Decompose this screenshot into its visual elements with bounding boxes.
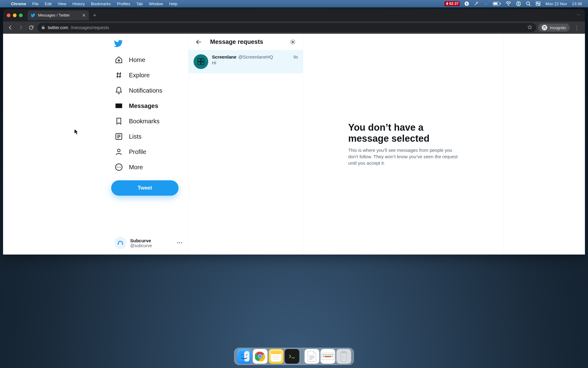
settings-button[interactable] bbox=[288, 37, 298, 47]
url-host: twitter.com bbox=[48, 25, 68, 30]
svg-rect-3 bbox=[500, 3, 501, 5]
svg-rect-20 bbox=[198, 59, 201, 61]
sidebar-item-home[interactable]: Home bbox=[111, 52, 186, 67]
dock-finder-icon[interactable] bbox=[237, 349, 252, 364]
menu-edit[interactable]: Edit bbox=[42, 2, 55, 6]
sidebar-item-label: More bbox=[129, 164, 143, 171]
status-control-center-icon[interactable] bbox=[533, 2, 543, 6]
status-dots-icon[interactable]: .::. bbox=[481, 2, 490, 5]
incognito-label: Incognito bbox=[550, 25, 566, 30]
svg-rect-42 bbox=[323, 356, 324, 357]
browser-toolbar: twitter.com/messages/requests Incognito … bbox=[3, 21, 585, 34]
svg-point-10 bbox=[537, 2, 538, 3]
menu-bookmarks[interactable]: Bookmarks bbox=[88, 2, 114, 6]
incognito-badge[interactable]: Incognito bbox=[538, 24, 570, 32]
tab-close-icon[interactable]: ✕ bbox=[82, 13, 86, 18]
back-button[interactable] bbox=[194, 37, 204, 47]
nav-back-button[interactable] bbox=[6, 23, 15, 32]
address-bar[interactable]: twitter.com/messages/requests bbox=[37, 23, 536, 32]
status-time[interactable]: 13:38 bbox=[569, 2, 584, 6]
sidebar-item-label: Notifications bbox=[129, 87, 162, 94]
svg-rect-36 bbox=[323, 354, 324, 355]
dock-document-icon[interactable] bbox=[305, 349, 319, 364]
user-avatar-icon bbox=[114, 237, 126, 249]
svg-point-16 bbox=[117, 167, 118, 168]
twitter-logo-icon[interactable] bbox=[111, 36, 126, 51]
svg-point-17 bbox=[119, 167, 119, 168]
sidebar-item-bookmarks[interactable]: Bookmarks bbox=[111, 113, 186, 129]
message-request-item[interactable]: Screenlane @ScreenlaneHQ 9s Hi bbox=[189, 50, 303, 73]
empty-state-title: You don’t have a message selected bbox=[348, 122, 458, 144]
sidebar-item-label: Explore bbox=[129, 72, 150, 79]
status-spotlight-icon[interactable] bbox=[523, 1, 533, 6]
sender-avatar-icon bbox=[194, 54, 208, 69]
svg-point-6 bbox=[518, 2, 519, 4]
menu-view[interactable]: View bbox=[55, 2, 69, 6]
menu-history[interactable]: History bbox=[69, 2, 88, 6]
svg-point-14 bbox=[118, 149, 120, 152]
tab-title: Messages / Twitter bbox=[38, 13, 80, 17]
status-bolt-icon[interactable] bbox=[462, 1, 471, 6]
browser-tab[interactable]: Messages / Twitter ✕ bbox=[28, 10, 89, 20]
dock-terminal-icon[interactable] bbox=[285, 349, 300, 364]
window-maximize-button[interactable] bbox=[19, 13, 23, 17]
user-icon bbox=[115, 148, 123, 156]
sidebar-item-lists[interactable]: Lists bbox=[111, 129, 186, 144]
svg-point-18 bbox=[120, 167, 121, 168]
message-preview: Hi bbox=[212, 60, 298, 65]
message-requests-header: Message requests bbox=[189, 34, 303, 50]
svg-point-4 bbox=[508, 5, 509, 6]
svg-rect-34 bbox=[287, 351, 297, 362]
sidebar-item-explore[interactable]: Explore bbox=[111, 67, 186, 83]
tweet-button[interactable]: Tweet bbox=[111, 180, 179, 196]
nav-forward-button[interactable] bbox=[17, 23, 25, 32]
svg-point-27 bbox=[246, 355, 247, 355]
menu-profiles[interactable]: Profiles bbox=[114, 2, 133, 6]
sidebar-item-messages[interactable]: Messages bbox=[111, 98, 186, 113]
twitter-app: Home Explore Notifications Messages bbox=[84, 34, 504, 255]
app-name[interactable]: Chrome bbox=[8, 2, 29, 6]
dock-chrome-icon[interactable] bbox=[253, 349, 268, 364]
macos-menu-bar: Chrome File Edit View History Bookmarks … bbox=[0, 0, 588, 7]
window-controls bbox=[7, 13, 23, 17]
svg-rect-45 bbox=[341, 351, 346, 353]
incognito-icon bbox=[542, 25, 547, 30]
sidebar-item-notifications[interactable]: Notifications bbox=[111, 83, 186, 98]
status-battery-icon[interactable] bbox=[490, 2, 503, 6]
sidebar-item-profile[interactable]: Profile bbox=[111, 144, 186, 159]
svg-rect-25 bbox=[244, 351, 250, 362]
message-time: 9s bbox=[293, 55, 298, 59]
hashtag-icon bbox=[115, 71, 123, 79]
menu-file[interactable]: File bbox=[29, 2, 42, 6]
browser-window: Messages / Twitter ✕ + ﹀ twitter.com/mes… bbox=[3, 9, 585, 255]
svg-point-31 bbox=[259, 355, 262, 358]
svg-rect-44 bbox=[332, 356, 333, 357]
message-requests-column: Message requests Screenlane @ScreenlaneH… bbox=[188, 34, 303, 255]
svg-rect-38 bbox=[326, 354, 328, 355]
menu-tab[interactable]: Tab bbox=[133, 2, 146, 6]
tab-overflow-icon[interactable]: ﹀ bbox=[572, 13, 585, 18]
menu-help[interactable]: Help bbox=[166, 2, 181, 6]
dock-trash-icon[interactable] bbox=[337, 349, 351, 364]
account-switcher[interactable]: Subcurve @subcurve ··· bbox=[111, 234, 186, 252]
dock-keyboard-icon[interactable] bbox=[321, 349, 335, 364]
new-tab-button[interactable]: + bbox=[89, 12, 101, 19]
status-hammer-icon[interactable] bbox=[471, 1, 481, 6]
browser-menu-button[interactable]: ⋮ bbox=[571, 24, 582, 31]
status-wifi-icon[interactable] bbox=[503, 2, 514, 6]
account-name: Subcurve bbox=[130, 238, 152, 243]
svg-rect-22 bbox=[198, 62, 201, 65]
bookmark-star-icon[interactable] bbox=[527, 25, 533, 31]
tab-strip: Messages / Twitter ✕ + ﹀ bbox=[3, 9, 585, 21]
svg-rect-41 bbox=[332, 354, 333, 355]
sidebar-item-more[interactable]: More bbox=[111, 159, 186, 175]
status-timer[interactable]: 02:37 bbox=[442, 1, 462, 6]
window-close-button[interactable] bbox=[7, 13, 10, 17]
sidebar-item-label: Messages bbox=[129, 102, 158, 109]
status-date[interactable]: Mon 22 Nov bbox=[543, 2, 569, 6]
status-user-icon[interactable] bbox=[514, 1, 523, 6]
window-minimize-button[interactable] bbox=[13, 13, 17, 17]
dock-notes-icon[interactable] bbox=[269, 349, 284, 364]
menu-window[interactable]: Window bbox=[146, 2, 166, 6]
nav-reload-button[interactable] bbox=[27, 23, 36, 32]
